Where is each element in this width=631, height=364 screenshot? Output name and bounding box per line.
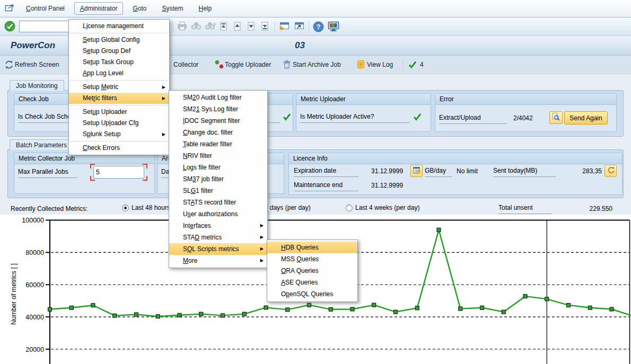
menu-item-app-log-level[interactable]: App Log Level — [69, 68, 169, 79]
menu-item-stad-metrics[interactable]: STAD metrics▶ — [169, 232, 267, 243]
menu-item-table-reader-filter[interactable]: Table reader filter — [169, 138, 267, 150]
menu-item-setup-global-config[interactable]: Setup Global Config — [69, 34, 169, 46]
find-next-icon[interactable] — [205, 21, 215, 32]
print-icon[interactable] — [177, 21, 187, 32]
date-history-button[interactable] — [410, 165, 423, 177]
menu-item-nriv-filter[interactable]: NRIV filter — [169, 150, 267, 162]
data-point-marker — [329, 307, 332, 311]
start-archive-job-button[interactable]: Start Archive Job — [293, 61, 341, 68]
menubar-item-system[interactable]: System — [156, 2, 189, 15]
recently-collected-label: Recently Collected Metrics: — [11, 205, 87, 212]
menu-item-check-errors[interactable]: Check Errors — [69, 143, 169, 154]
view-log-button[interactable]: View Log — [367, 61, 393, 68]
expiration-date-value: 31.12.9999 — [371, 167, 403, 175]
menu-item-idoc-segment-filter[interactable]: IDOC Segment filter — [169, 115, 267, 127]
toolbar-separator — [173, 21, 173, 32]
menu-separator — [70, 33, 168, 33]
menu-item-sql-scripts-metrics[interactable]: SQL Scripts metrics▶ — [169, 243, 267, 255]
menu-item-setup-metric[interactable]: Setup Metric▶ — [69, 82, 169, 93]
max-parallel-jobs-field-focus — [90, 164, 147, 181]
find-icon[interactable] — [191, 21, 201, 32]
first-page-icon[interactable] — [218, 21, 229, 33]
max-parallel-jobs-input[interactable] — [93, 166, 144, 179]
menu-item-license-management[interactable]: License management — [69, 21, 169, 32]
menu-item-hdb-queries[interactable]: HDB Queries — [267, 242, 357, 253]
data-point-marker — [308, 303, 311, 307]
toolbar-separator — [275, 21, 275, 32]
help-icon[interactable]: ? — [313, 21, 324, 34]
toggle-uploader-button[interactable]: Toggle Uploader — [225, 61, 271, 68]
data-point-marker — [69, 306, 73, 309]
display-log-button[interactable] — [549, 111, 563, 124]
menu-item-sm21-sys-log-filter[interactable]: SM21 Sys.Log filter — [169, 103, 267, 115]
data-point-marker — [523, 295, 527, 298]
submenu-arrow-icon: ▶ — [260, 232, 264, 243]
error-header: Error — [435, 94, 616, 105]
data-point-marker — [286, 308, 290, 312]
data-point-marker — [199, 312, 203, 316]
shortcut-icon[interactable] — [294, 21, 305, 33]
enter-icon[interactable] — [4, 21, 15, 33]
page-title-right: 03 — [295, 40, 305, 51]
menu-item-interfaces[interactable]: Interfaces▶ — [169, 220, 267, 232]
radio-last-48-hours[interactable]: Last 48 hours — [122, 204, 170, 211]
menu-item-slg1-filter[interactable]: SLG1 filter — [169, 185, 267, 197]
collector-button[interactable]: Collector — [173, 61, 198, 68]
svg-text:?: ? — [317, 23, 321, 31]
data-point-marker — [48, 307, 52, 311]
svg-text:80000: 80000 — [25, 249, 44, 256]
menu-item-setup-group-def[interactable]: Setup Group Def — [69, 46, 169, 57]
menu-item-sm37-job-filter[interactable]: SM37 job filter — [169, 173, 267, 185]
menu-item-setup-task-group[interactable]: Setup Task Group — [69, 57, 169, 68]
data-point-marker — [545, 297, 549, 301]
menu-item-splunk-setup[interactable]: Splunk Setup▶ — [69, 129, 169, 140]
radio-last-4-weeks[interactable]: Last 4 weeks (per day) — [346, 204, 419, 211]
data-point-marker — [502, 310, 505, 314]
refresh-screen-button[interactable]: Refresh Screen — [15, 61, 59, 68]
menubar-item-control-panel[interactable]: Control Panel — [20, 2, 71, 15]
page-up-icon[interactable] — [232, 21, 242, 33]
menu-item-setup-uploader-cfg[interactable]: Setup Uploader Cfg — [69, 118, 169, 129]
green-check-icon — [283, 113, 291, 122]
resend-button[interactable] — [604, 165, 617, 177]
page-down-icon[interactable] — [246, 21, 256, 33]
trash-icon — [283, 60, 291, 70]
menubar-item-help[interactable]: Help — [192, 2, 217, 15]
data-point-marker — [567, 303, 571, 307]
send-again-button[interactable]: Send Again — [564, 111, 608, 125]
check-icon — [408, 61, 417, 70]
menu-item-logs-file-filter[interactable]: Logs file filter — [169, 162, 267, 173]
menu-item-change-doc-filter[interactable]: Change doc. filter — [169, 127, 267, 138]
menu-item-stats-record-filter[interactable]: STATS record filter — [169, 197, 267, 208]
data-point-marker — [350, 307, 354, 311]
layout-icon[interactable] — [328, 21, 339, 33]
new-session-icon[interactable] — [279, 21, 290, 33]
job-monitoring-tab[interactable]: Job Monitoring — [10, 80, 64, 91]
menu-item-ora-queries[interactable]: ORA Queries — [267, 265, 357, 277]
data-point-marker — [178, 313, 181, 317]
batch-parameters-tab[interactable]: Batch Parameters — [10, 139, 73, 150]
menu-bar: Control PanelAdministratorGotoSystemHelp — [0, 0, 631, 17]
data-point-marker — [415, 306, 419, 310]
menubar-item-administrator[interactable]: Administrator — [74, 2, 124, 15]
menu-item-ase-queries[interactable]: ASE Queries — [267, 277, 357, 288]
interaction-icon[interactable] — [5, 4, 15, 14]
menu-item-sm20-audit-log-filter[interactable]: SM20 Audit Log filter — [169, 92, 267, 103]
submenu-arrow-icon: ▶ — [260, 255, 264, 267]
menu-separator — [70, 105, 168, 105]
last-page-icon[interactable] — [260, 21, 270, 33]
gb-per-day-label: GB/day — [425, 167, 452, 177]
svg-text:Number of metrics [ ]: Number of metrics [ ] — [10, 263, 17, 325]
menubar-item-goto[interactable]: Goto — [127, 2, 152, 15]
focus-corner — [143, 164, 147, 168]
menu-item-more[interactable]: More▶ — [169, 255, 267, 267]
sent-today-value: 283,35 — [562, 167, 602, 175]
menu-item-metric-filters[interactable]: Metric filters▶ — [69, 93, 169, 104]
extract-upload-value: 2/4042 — [513, 114, 533, 122]
menu-item-mss-queries[interactable]: MSS Queries — [267, 253, 357, 265]
menu-item-user-authorizations[interactable]: User authorizations — [169, 208, 267, 220]
menu-item-setup-uploader[interactable]: Setup Uploader — [69, 106, 169, 118]
menu-item-opensql-queries[interactable]: OpenSQL Queries — [267, 288, 357, 300]
metric-uploader-header: Metric Uploader — [296, 94, 431, 105]
radio-circle-icon — [122, 205, 129, 211]
